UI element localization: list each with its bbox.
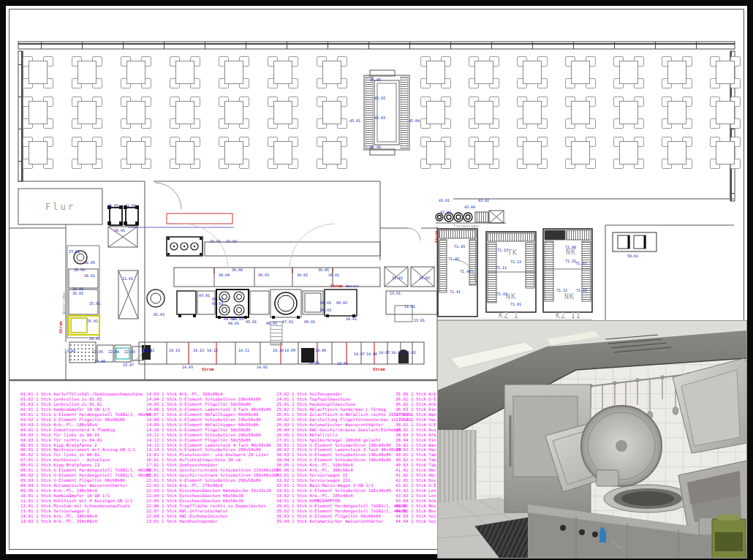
plan-label: 06.01 — [266, 321, 277, 325]
dining-table — [661, 136, 693, 170]
cad-plan-screenshot: Flur 45.0545.0245.0345.0145.0445.0641.03… — [0, 0, 753, 560]
dining-table — [120, 136, 152, 170]
legend-item: 22.08 1 Stck KWC-Einhebelmischer — [146, 514, 279, 519]
legend-item: 09.04 1 Stck Automatischer Wasserenthärt… — [20, 483, 151, 488]
dining-table — [661, 96, 693, 129]
dining-table — [564, 56, 597, 89]
plan-label: 22.05 — [92, 349, 103, 354]
plan-label: 45.02 — [374, 96, 385, 100]
plan-label: 14.13 — [193, 348, 204, 352]
plan-label: 71.42 — [448, 257, 459, 261]
legend-item: 31.01 1 Stck Servierwagen II — [276, 473, 412, 478]
dining-table — [613, 136, 645, 170]
plan-label: 09.03 — [320, 308, 331, 312]
plan-label: Strom — [202, 367, 214, 371]
legend-item: 01.01 1 Stck Kartoffelschäl-/Gemüsewasch… — [20, 392, 151, 397]
dining-table — [169, 56, 201, 89]
legend-item: 44.02 1 Stck Bes — [396, 509, 436, 514]
legend-item: 14.14 1 Stck U-Element Schiebetüren 200x… — [146, 447, 279, 453]
legend-item: 35.02 1 Stck U-Element Hordengestell 7xG… — [276, 509, 412, 514]
legend-item: 33.01 1 Stck U-Element Schiebetüren 185x… — [276, 488, 412, 493]
legend-item: 39.02 1 Stck Hau — [396, 447, 436, 453]
plan-label: 03.01 — [199, 293, 210, 298]
plan-label: 22.03 — [124, 349, 135, 354]
plan-label: NK — [566, 249, 576, 256]
legend-item: 04.02 1 Stck Tür links zu 04.01 — [20, 433, 151, 438]
plan-label: 13.01 — [414, 318, 425, 322]
dining-table — [218, 136, 250, 170]
plan-label: 22.06 — [64, 349, 75, 353]
dining-table — [218, 96, 250, 129]
plan-label: 25.01 — [89, 301, 100, 306]
legend-item: 38.01 1 Stck U-E — [396, 423, 436, 428]
plan-label: 08.01 — [304, 319, 315, 324]
plan-label: 14.08 — [315, 348, 326, 352]
dining-table — [169, 96, 201, 129]
dining-table — [120, 56, 152, 89]
plan-label: 71.32 — [575, 261, 586, 265]
legend-item: 36.03 1 Stck Ein — [396, 407, 436, 412]
dining-table — [516, 56, 548, 89]
control-knob — [592, 531, 598, 537]
plan-label: 07.01 — [282, 319, 293, 324]
bucket — [699, 518, 714, 535]
legend-item: 04.03 1 Stck Tür rechts zu 04.01 — [20, 438, 151, 443]
dining-table — [316, 96, 348, 129]
legend-item: 34.01 1 Stck KOMBIDÄMPFER — [276, 499, 412, 504]
legend-item: 43.04 1 Stck Arb — [396, 499, 436, 504]
legend-item: 26.03 1 Stck Automatischer Wasserenthärt… — [276, 423, 412, 428]
legend-item: 16.01 1 Stck Aufschnittmaschine 30 cm — [146, 458, 279, 463]
plan-label: 43.02 — [478, 198, 489, 203]
legend-item: 27.01 1 Stck Spülkorbregal 100x50 geloch… — [276, 438, 412, 443]
plan-label: 14.11 — [238, 348, 249, 352]
plan-label: 27.01 — [69, 249, 80, 254]
dining-table — [218, 56, 250, 89]
legend-item: 33.02 1 Stck Arb.-Pl. 185x40x4 — [276, 493, 412, 499]
legend-item: 14.06 1 Stck U-Element Ladenstock 3-fach… — [146, 407, 279, 412]
legend-item: 08.01 1 Stck Kipp-Bratpfanne II — [20, 463, 151, 468]
plan-label: 14.14 — [169, 348, 180, 352]
legend-item: 17.01 1 Stck Gemüseschneider — [146, 463, 279, 468]
kitchen-photo — [437, 320, 747, 559]
legend-item: 14.12 1 Stck U-Element Flügeltür 50x58x8… — [146, 438, 279, 443]
plan-label: 71.01 — [510, 302, 521, 306]
plan-label: NK — [564, 293, 575, 300]
dining-table — [709, 136, 741, 170]
plan-label: KZ II — [556, 312, 581, 319]
dining-table — [22, 136, 54, 170]
plan-label: Strom — [330, 284, 343, 288]
plan-label: 71.12 — [497, 248, 508, 252]
legend-item: 03.03 1 Stck Arb.-Pl. 100x90x4 — [20, 423, 151, 428]
dining-table — [420, 56, 452, 89]
plan-label: 43.04 — [464, 205, 475, 209]
legend-item: 03.01 1 Stck U-Element Hordengestell 7xG… — [20, 412, 151, 417]
plan-label: 30.05 — [318, 268, 329, 272]
plan-label: 50.01 — [627, 254, 638, 258]
legend-item: 12.01 1 Stck Mixstab mit Schneebesenaufs… — [20, 504, 151, 509]
legend-item: 21.01 1 Stck Geschirrschrank Schiebetüre… — [146, 473, 279, 478]
plan-label: 45.03 — [374, 116, 385, 120]
dining-table — [316, 56, 348, 89]
plan-label: 41.03 — [107, 203, 118, 208]
equipment-solids — [107, 205, 409, 363]
legend-item: 39.01 1 Stck Wan — [396, 443, 436, 448]
dining-table — [516, 96, 548, 129]
dining-table — [516, 136, 548, 170]
plan-label: 45.01 — [349, 118, 360, 123]
legend-column: 23.02 1 Stck Seifenspender24.01 1 Stck T… — [276, 392, 412, 524]
dining-table — [661, 56, 693, 89]
plan-label: 14.04 — [391, 350, 402, 355]
legend-item: 14.11 1 Stck U-Element Schiebetüren 200x… — [146, 433, 279, 438]
legend-item: 14.05 1 Stck U-Element Flügeltür 50x58x8… — [146, 402, 279, 407]
room-label-flur: Flur — [45, 202, 75, 212]
plan-label: 01.01 — [154, 312, 164, 317]
legend-item: 30.03 1 Stck U-Element Schiebetüren 190x… — [276, 453, 412, 458]
legend-item: 38.03 1 Stck Arb — [396, 433, 436, 438]
legend-item: 40.02 1 Stck Tab — [396, 458, 436, 463]
dining-table — [420, 136, 452, 170]
plan-label: 30.06 — [232, 268, 243, 272]
bain-marie — [167, 237, 203, 256]
legend-item: 41.01 1 Stck Abr — [396, 468, 436, 473]
legend-item: 14.01 1 Stck Arb.-Pl. 348x80x4 — [20, 514, 151, 519]
control-knob — [560, 525, 566, 531]
